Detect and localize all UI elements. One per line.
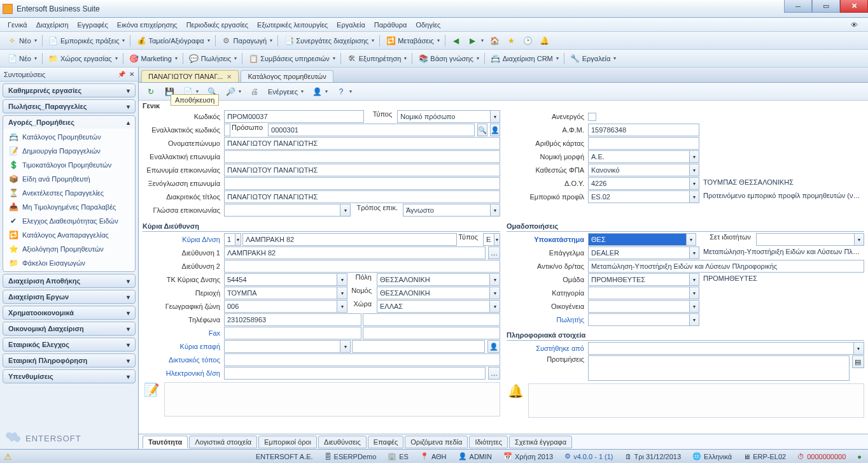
vat-select[interactable] [588,164,690,176]
doc-help[interactable]: ?▾ [333,85,355,99]
nav-item[interactable]: ⏳Ανεκτέλεστες Παραγγελίες [3,186,135,200]
tb2-marketing[interactable]: 🎯Marketing▾ [126,52,181,66]
email-input[interactable] [224,367,486,380]
tb2-sales[interactable]: 💬Πωλήσεις▾ [186,52,240,66]
nav-item[interactable]: 📥Μη Τιμολογημένες Παραλαβές [3,200,135,214]
bell-icon[interactable]: 🔔 [507,383,524,418]
recommendedby-select[interactable] [588,342,854,355]
fullname-input[interactable] [224,137,500,150]
foreignname-input[interactable] [224,177,500,190]
nav-item[interactable]: 📝Δημιουργία Παραγγελιών [3,144,135,158]
tb2-new[interactable]: 📄Νέο▾ [4,52,40,66]
nav-group[interactable]: Καθημερινές εργασίες▾ [3,83,136,97]
tb1-fwd[interactable]: ▶▾ [465,34,487,48]
tb1-new[interactable]: ✧Νέο▾ [4,34,40,48]
pref-more-icon[interactable]: ▤ [852,355,864,368]
menu-tools[interactable]: Εργαλεία [333,20,369,30]
warning-icon[interactable]: ⚠ [4,452,14,462]
tb1-home[interactable]: 🏠 [487,34,503,48]
inactive-checkbox[interactable] [588,113,596,121]
tb2-support[interactable]: 🛠Εξυπηρέτηση▾ [344,52,410,66]
btab-addresses[interactable]: Διευθύνσεις [318,436,367,448]
nav-group[interactable]: Υπενθυμίσεις▾ [3,369,136,383]
doc-refresh[interactable]: ↻ [143,85,159,99]
btab-commercial[interactable]: Εμπορικοί όροι [258,436,317,448]
nav-group[interactable]: Εταιρική Πληροφόρηση▾ [3,353,136,367]
fax2-input[interactable] [363,327,500,339]
nav-item[interactable]: 📦Είδη ανά Προμηθευτή [3,172,135,186]
website-input[interactable] [224,353,500,366]
nav-group[interactable]: Διαχείριση Αποθήκης▾ [3,274,136,288]
contactname-input[interactable] [224,164,500,176]
tb2-tools[interactable]: 🔧Εργαλεία▾ [567,52,620,66]
lang-select[interactable] [224,204,340,217]
tb1-trade[interactable]: 📄Εμπορικές πράξεις▾ [45,34,128,48]
person-add-icon[interactable]: 👤 [490,124,500,136]
window-close[interactable]: ✕ [840,0,868,13]
tb1-treasury[interactable]: 💰Ταμείο/Αξιόγραφα▾ [133,34,213,48]
altname-input[interactable] [224,150,500,163]
sidebar-close-icon[interactable]: ✕ [129,71,134,78]
doc-actions[interactable]: Ενέργειες▾ [265,86,307,97]
menu-general[interactable]: Γενικά [4,20,31,30]
tb2-contracts[interactable]: 📋Συμβάσεις υπηρεσιών▾ [245,52,339,66]
nav-group[interactable]: Αγορές_Προμήθειες▴📇Κατάλογος Προμηθευτών… [3,115,136,272]
nav-item[interactable]: 📇Κατάλογος Προμηθευτών [3,130,135,144]
preferences-text[interactable] [588,355,850,381]
menu-windows[interactable]: Παράθυρα [370,20,411,30]
notes-box[interactable] [164,382,500,417]
tb1-production[interactable]: ⚙Παραγωγή▾ [218,34,276,48]
addr-more-icon[interactable]: … [488,246,500,259]
btab-custom[interactable]: Οριζόμενα πεδία [405,436,468,448]
addr2-input[interactable] [224,260,500,273]
doc-zoom[interactable]: 🔎▾ [222,85,244,99]
altcode-input[interactable] [224,124,230,136]
menu-image[interactable]: Εικόνα επιχείρησης [113,20,181,30]
tb1-partners[interactable]: 📑Συνεργάτες διαχείρισης▾ [281,34,377,48]
menu-external[interactable]: Εξωτερικές λειτουργίες [253,20,332,30]
card-input[interactable] [588,137,699,150]
tb2-workspace[interactable]: 📁Χώρος εργασίας▾ [45,52,121,66]
menu-eye-icon[interactable]: 👁 [847,20,864,30]
legal-select[interactable] [588,150,690,163]
person-search-icon[interactable]: 🔍 [477,124,487,136]
menu-help[interactable]: Οδηγίες [412,20,444,30]
fax-input[interactable] [224,327,361,339]
doc-print[interactable]: 🖨 [246,85,263,99]
person-input[interactable] [268,124,475,136]
code-input[interactable] [224,110,364,123]
type-select[interactable] [397,110,490,123]
occupation-select[interactable] [588,246,690,259]
profile-select[interactable] [588,190,690,203]
doy-select[interactable] [588,177,690,190]
btab-contacts[interactable]: Επαφές [368,436,403,448]
menu-records[interactable]: Εγγραφές [74,20,112,30]
tb2-crm[interactable]: 📇Διαχείριση CRM▾ [487,52,562,66]
window-maximize[interactable]: ▭ [812,0,840,13]
contact-select[interactable] [224,340,340,353]
notes-icon[interactable]: 📝 [143,382,160,417]
distinctive-input[interactable] [224,190,500,203]
city-input[interactable] [377,273,490,286]
area-input[interactable] [224,287,337,299]
tb1-bell[interactable]: 🔔 [536,34,553,48]
country-input[interactable] [377,300,490,313]
window-minimize[interactable]: ─ [784,0,812,13]
menu-manage[interactable]: Διαχείριση [32,20,73,30]
menu-periodic[interactable]: Περιοδικές εργασίες [183,20,252,30]
category-select[interactable] [588,287,690,299]
tb2-kb[interactable]: 📚Βάση γνώσης▾ [415,52,482,66]
afm-input[interactable] [588,124,699,136]
nav-group[interactable]: Οικονομική Διαχείριση▾ [3,322,136,336]
tb1-hist[interactable]: 🕑 [520,34,536,48]
group-select[interactable] [588,273,690,286]
doc-tab-catalog[interactable]: Κατάλογος προμηθευτών [241,70,333,82]
phone2-input[interactable] [363,313,500,326]
branch-select[interactable] [588,233,687,246]
nav-group[interactable]: Χρηματοοικονομικά▾ [3,306,136,320]
comm-select[interactable] [403,204,491,217]
tab-close-icon[interactable]: ✕ [227,73,232,80]
nav-group[interactable]: Εταιρικός Ελεγχος▾ [3,338,136,352]
family-select[interactable] [588,300,690,313]
mainaddr-text[interactable] [242,233,457,246]
